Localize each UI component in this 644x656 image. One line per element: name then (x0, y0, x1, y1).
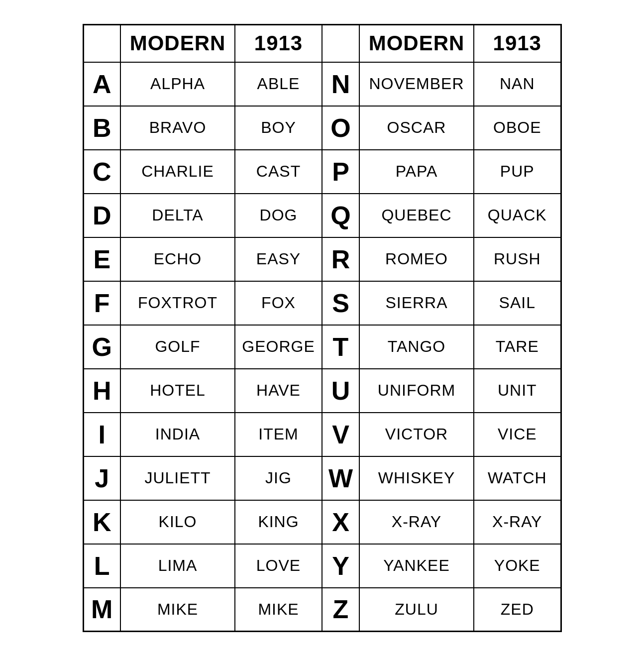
modern-right-Y: YANKEE (359, 544, 474, 588)
year-right-R: RUSH (474, 237, 561, 281)
letter-left-L: L (83, 544, 120, 588)
modern-right-O: OSCAR (359, 106, 474, 150)
modern-right-T: TANGO (359, 325, 474, 369)
letter-right-U: U (322, 369, 359, 413)
modern-left-D: DELTA (120, 194, 235, 237)
year-right-V: VICE (474, 413, 561, 456)
letter-left-F: F (83, 281, 120, 325)
letter-right-V: V (322, 413, 359, 456)
year-right-U: UNIT (474, 369, 561, 413)
modern-right-P: PAPA (359, 150, 474, 194)
year-right-N: NAN (474, 62, 561, 106)
year-left-G: GEORGE (235, 325, 322, 369)
modern-right-U: UNIFORM (359, 369, 474, 413)
letter-left-B: B (83, 106, 120, 150)
year-left-L: LOVE (235, 544, 322, 588)
year-left-H: HAVE (235, 369, 322, 413)
letter-right-P: P (322, 150, 359, 194)
letter-right-Q: Q (322, 194, 359, 237)
modern-left-E: ECHO (120, 237, 235, 281)
year-left-F: FOX (235, 281, 322, 325)
modern-right-X: X-RAY (359, 500, 474, 544)
year-left-B: BOY (235, 106, 322, 150)
year-left-A: ABLE (235, 62, 322, 106)
letter-right-N: N (322, 62, 359, 106)
year-right-O: OBOE (474, 106, 561, 150)
letter-right-Y: Y (322, 544, 359, 588)
modern-right-Q: QUEBEC (359, 194, 474, 237)
year-left-D: DOG (235, 194, 322, 237)
modern-left-I: INDIA (120, 413, 235, 456)
letter-right-R: R (322, 237, 359, 281)
letter-left-H: H (83, 369, 120, 413)
modern-left-A: ALPHA (120, 62, 235, 106)
header-empty-left (83, 25, 120, 62)
modern-right-Z: ZULU (359, 588, 474, 632)
letter-left-J: J (83, 456, 120, 500)
phonetic-alphabet-table: MODERN 1913 MODERN 1913 AALPHAABLENNOVEM… (78, 19, 567, 637)
letter-right-X: X (322, 500, 359, 544)
header-year-right: 1913 (474, 25, 561, 62)
year-right-P: PUP (474, 150, 561, 194)
letter-left-A: A (83, 62, 120, 106)
letter-right-S: S (322, 281, 359, 325)
year-left-C: CAST (235, 150, 322, 194)
header-modern-left: MODERN (120, 25, 235, 62)
year-left-K: KING (235, 500, 322, 544)
year-left-I: ITEM (235, 413, 322, 456)
modern-right-S: SIERRA (359, 281, 474, 325)
modern-left-K: KILO (120, 500, 235, 544)
year-right-S: SAIL (474, 281, 561, 325)
letter-left-D: D (83, 194, 120, 237)
letter-left-K: K (83, 500, 120, 544)
letter-right-Z: Z (322, 588, 359, 632)
modern-left-L: LIMA (120, 544, 235, 588)
modern-left-M: MIKE (120, 588, 235, 632)
modern-left-H: HOTEL (120, 369, 235, 413)
header-year-left: 1913 (235, 25, 322, 62)
letter-left-I: I (83, 413, 120, 456)
year-right-Q: QUACK (474, 194, 561, 237)
year-right-Y: YOKE (474, 544, 561, 588)
modern-right-W: WHISKEY (359, 456, 474, 500)
year-right-X: X-RAY (474, 500, 561, 544)
year-left-J: JIG (235, 456, 322, 500)
modern-left-C: CHARLIE (120, 150, 235, 194)
year-left-M: MIKE (235, 588, 322, 632)
modern-right-V: VICTOR (359, 413, 474, 456)
letter-left-G: G (83, 325, 120, 369)
modern-right-N: NOVEMBER (359, 62, 474, 106)
letter-right-T: T (322, 325, 359, 369)
modern-left-F: FOXTROT (120, 281, 235, 325)
modern-right-R: ROMEO (359, 237, 474, 281)
letter-left-E: E (83, 237, 120, 281)
modern-left-B: BRAVO (120, 106, 235, 150)
header-modern-right: MODERN (359, 25, 474, 62)
year-right-T: TARE (474, 325, 561, 369)
letter-left-C: C (83, 150, 120, 194)
header-empty-right (322, 25, 359, 62)
modern-left-J: JULIETT (120, 456, 235, 500)
year-right-W: WATCH (474, 456, 561, 500)
letter-right-O: O (322, 106, 359, 150)
letter-right-W: W (322, 456, 359, 500)
year-right-Z: ZED (474, 588, 561, 632)
modern-left-G: GOLF (120, 325, 235, 369)
year-left-E: EASY (235, 237, 322, 281)
letter-left-M: M (83, 588, 120, 632)
